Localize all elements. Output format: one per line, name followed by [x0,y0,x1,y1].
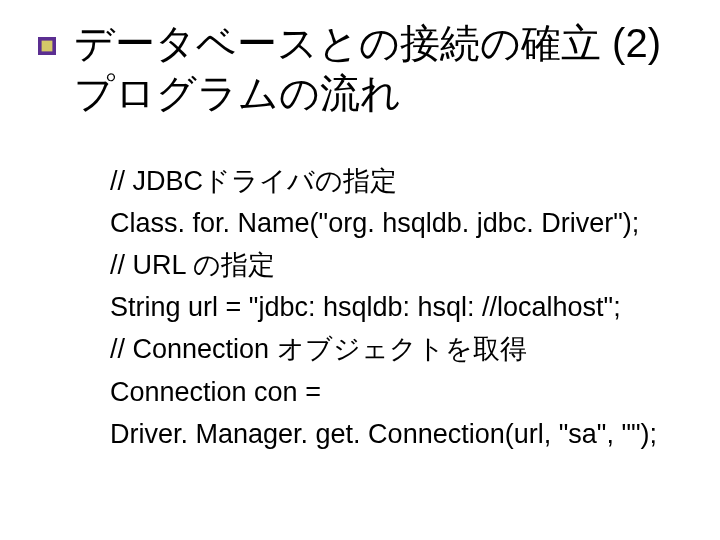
slide: データベースとの接続の確立 (2)プログラムの流れ // JDBCドライバの指定… [0,0,720,540]
title-area: データベースとの接続の確立 (2)プログラムの流れ [0,18,720,118]
body-area: // JDBCドライバの指定 Class. for. Name("org. hs… [0,160,720,455]
slide-title: データベースとの接続の確立 (2)プログラムの流れ [74,18,661,118]
code-line: // Connection オブジェクトを取得 [110,328,700,370]
code-line: Class. for. Name("org. hsqldb. jdbc. Dri… [110,202,700,244]
code-line: // URL の指定 [110,244,700,286]
svg-rect-1 [42,41,53,52]
title-bullet-icon [38,37,56,55]
code-line: // JDBCドライバの指定 [110,160,700,202]
code-line: Connection con = [110,371,700,413]
code-line: String url = "jdbc: hsqldb: hsql: //loca… [110,286,700,328]
code-line: Driver. Manager. get. Connection(url, "s… [110,413,700,455]
